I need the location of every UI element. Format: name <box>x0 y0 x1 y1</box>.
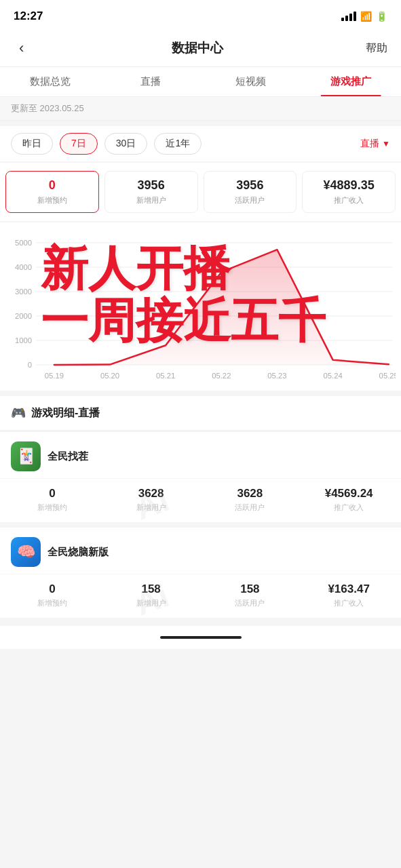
svg-text:3000: 3000 <box>15 288 32 296</box>
game-image-2: 🧠 <box>17 543 35 561</box>
chart-overlay-text: 新人开播 一周接近五千 <box>41 243 326 347</box>
game-stats-2: 0 新增预约 158 新增用户 158 活跃用户 ¥163.47 推广收入 <box>0 574 401 618</box>
tab-game-promotion[interactable]: 游戏推广 <box>301 67 401 96</box>
bottom-bar <box>0 626 401 649</box>
svg-text:05.19: 05.19 <box>45 372 64 380</box>
game-stat-new-users-1: 3628 新增用户 <box>104 487 198 513</box>
game-title-row-1: 🃏 全民找茬 <box>0 432 401 479</box>
live-filter-dropdown[interactable]: 直播 ▼ <box>360 138 390 150</box>
game-stats-wrapper-2: Ai 0 新增预约 158 新增用户 158 活跃用户 ¥163.47 推广收入 <box>0 574 401 618</box>
game-controller-icon: 🎮 <box>11 406 26 420</box>
svg-text:05.25: 05.25 <box>379 372 396 380</box>
tab-bar: 数据总览 直播 短视频 游戏推广 <box>0 67 401 97</box>
svg-text:1000: 1000 <box>15 336 32 344</box>
help-button[interactable]: 帮助 <box>366 41 387 56</box>
game-stat-revenue-2: ¥163.47 推广收入 <box>302 583 396 608</box>
svg-text:05.23: 05.23 <box>267 372 286 380</box>
svg-text:05.24: 05.24 <box>323 372 342 380</box>
svg-text:05.21: 05.21 <box>156 372 175 380</box>
chevron-down-icon: ▼ <box>382 139 390 149</box>
filter-7days[interactable]: 7日 <box>60 133 98 155</box>
chart-container: 新人开播 一周接近五千 5000 4000 3000 2000 1000 0 0… <box>0 222 401 391</box>
svg-text:4000: 4000 <box>15 263 32 271</box>
filter-1year[interactable]: 近1年 <box>154 133 202 155</box>
header: ‹ 数据中心 帮助 <box>0 30 401 67</box>
game-stat-reservations-2: 0 新增预约 <box>5 583 99 608</box>
status-icons: 📶 🔋 <box>341 11 387 22</box>
home-indicator <box>160 636 242 639</box>
svg-text:2000: 2000 <box>15 312 32 320</box>
game-image-1: 🃏 <box>17 448 35 465</box>
tab-short-video[interactable]: 短视频 <box>201 67 301 96</box>
stats-row: 0 新增预约 3956 新增用户 3956 活跃用户 ¥4889.35 推广收入 <box>0 163 401 221</box>
section-game-detail: 🎮 游戏明细-直播 <box>0 396 401 431</box>
wifi-icon: 📶 <box>360 11 372 22</box>
update-bar: 更新至 2023.05.25 <box>0 97 401 121</box>
signal-icon <box>341 12 356 21</box>
tab-live[interactable]: 直播 <box>100 67 201 96</box>
game-stat-reservations-1: 0 新增预约 <box>5 487 99 513</box>
filter-30days[interactable]: 30日 <box>104 133 148 155</box>
svg-text:5000: 5000 <box>15 239 32 247</box>
stat-card-active-users: 3956 活跃用户 <box>204 171 297 213</box>
game-stat-active-users-1: 3628 活跃用户 <box>204 487 297 513</box>
game-stat-active-users-2: 158 活跃用户 <box>204 583 297 608</box>
game-stats-wrapper-1: Ai 0 新增预约 3628 新增用户 3628 活跃用户 ¥4569.24 推… <box>0 479 401 522</box>
battery-icon: 🔋 <box>376 11 387 22</box>
game-stats-1: 0 新增预约 3628 新增用户 3628 活跃用户 ¥4569.24 推广收入 <box>0 479 401 522</box>
filter-row: 昨日 7日 30日 近1年 直播 ▼ <box>0 126 401 161</box>
game-icon-1: 🃏 <box>11 441 41 471</box>
page-title: 数据中心 <box>172 39 223 57</box>
status-bar: 12:27 📶 🔋 <box>0 0 401 30</box>
stat-card-new-users: 3956 新增用户 <box>104 171 198 213</box>
game-stat-revenue-1: ¥4569.24 推广收入 <box>302 487 396 513</box>
svg-text:05.22: 05.22 <box>212 372 231 380</box>
status-time: 12:27 <box>14 9 43 23</box>
game-item-quanmingzhacha: 🃏 全民找茬 Ai 0 新增预约 3628 新增用户 3628 活跃用户 ¥45… <box>0 432 401 522</box>
stat-card-revenue: ¥4889.35 推广收入 <box>302 171 396 213</box>
game-title-row-2: 🧠 全民烧脑新版 <box>0 528 401 574</box>
svg-text:05.20: 05.20 <box>100 372 119 380</box>
game-item-quanminshaonaoxinban: 🧠 全民烧脑新版 Ai 0 新增预约 158 新增用户 158 活跃用户 ¥16… <box>0 528 401 618</box>
stat-card-reservations: 0 新增预约 <box>5 171 99 213</box>
tab-overview[interactable]: 数据总览 <box>0 67 100 96</box>
game-stat-new-users-2: 158 新增用户 <box>104 583 198 608</box>
game-icon-2: 🧠 <box>11 537 41 567</box>
back-button[interactable]: ‹ <box>14 37 29 60</box>
filter-yesterday[interactable]: 昨日 <box>11 133 53 155</box>
svg-text:0: 0 <box>28 361 32 369</box>
